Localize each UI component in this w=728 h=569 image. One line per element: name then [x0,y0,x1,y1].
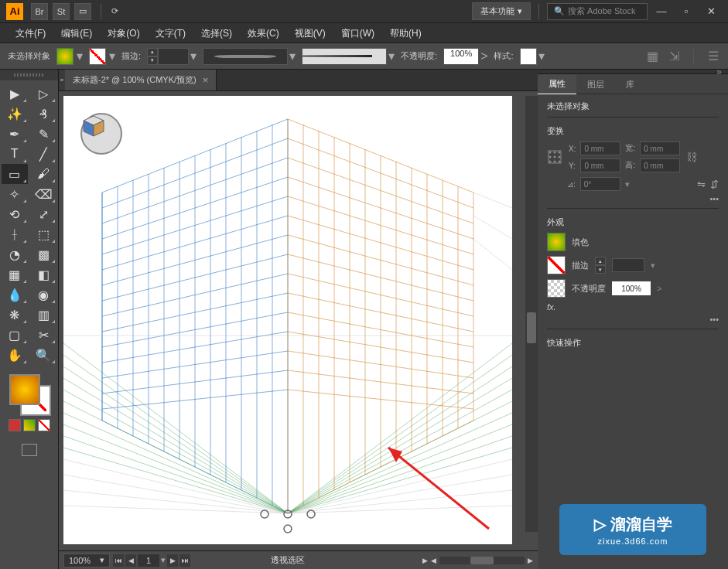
color-mode-none[interactable] [38,419,50,431]
transform-h[interactable]: 0 mm [640,158,680,172]
artboard-number[interactable]: 1 [138,554,159,567]
artboard-last[interactable]: ⏭ [179,554,190,567]
column-graph-tool[interactable]: ▥ [30,305,56,325]
type-tool[interactable]: T [2,144,28,164]
artboard-first[interactable]: ⏮ [113,554,124,567]
search-adobe-stock[interactable]: 🔍搜索 Adobe Stock [547,3,648,20]
canvas-viewport[interactable] [59,91,538,550]
transform-angle[interactable]: 0° [580,177,620,191]
graphic-style-swatch[interactable] [520,48,537,65]
tab-close-icon[interactable]: × [203,74,209,86]
scale-tool[interactable]: ⤢ [30,204,56,224]
flip-vertical-icon[interactable]: ⇵ [710,179,719,190]
stroke-weight-value[interactable] [612,258,644,272]
blend-tool[interactable]: ◉ [30,284,56,305]
gradient-tool[interactable]: ◧ [30,264,56,284]
hand-tool[interactable]: ✋ [2,345,28,365]
symbol-sprayer-tool[interactable]: ❋ [2,305,28,325]
curvature-tool[interactable]: ✎ [30,124,56,144]
sync-icon[interactable]: ⟳ [106,3,123,20]
magic-wand-tool[interactable]: ✨ [2,104,28,124]
menu-window[interactable]: 窗口(W) [333,23,382,43]
document-tab[interactable]: 未标题-2* @ 100% (CMYK/预览) × [65,70,217,90]
effects-label[interactable]: fx. [547,302,556,312]
arrange-docs-icon[interactable]: ▭ [74,3,91,20]
lasso-tool[interactable]: ₰ [30,104,56,124]
zoom-tool[interactable]: 🔍 [30,345,56,365]
stroke-swatch[interactable] [89,48,106,65]
color-mode-solid[interactable] [9,419,21,431]
toolbox-drag-handle[interactable] [0,70,58,80]
panel-menu-icon[interactable]: ••• [709,194,719,203]
transform-w[interactable]: 0 mm [640,141,680,155]
menu-select[interactable]: 选择(S) [193,23,240,43]
fill-color[interactable] [9,374,40,405]
stroke-stepper[interactable]: ▴▾ [147,48,158,65]
mesh-tool[interactable]: ▦ [2,264,28,284]
opacity-input[interactable]: 100% [443,48,479,65]
profile-preview[interactable] [203,48,288,65]
eraser-tool[interactable]: ⌫ [30,184,56,204]
menu-effect[interactable]: 效果(C) [240,23,287,43]
line-tool[interactable]: ╱ [30,144,56,164]
rotate-tool[interactable]: ⟲ [2,204,28,224]
selection-tool[interactable]: ▶ [2,83,28,104]
menu-edit[interactable]: 编辑(E) [53,23,100,43]
screen-mode[interactable] [0,441,58,459]
rectangle-tool[interactable]: ▭ [2,164,28,184]
eyedropper-tool[interactable]: 💧 [2,284,28,305]
appearance-opacity-value[interactable]: 100% [612,281,651,295]
menu-help[interactable]: 帮助(H) [382,23,429,43]
menu-type[interactable]: 文字(T) [148,23,193,43]
window-close[interactable]: ✕ [700,3,722,20]
window-maximize[interactable]: ▫ [675,3,697,20]
transform-x[interactable]: 0 mm [580,141,620,155]
artboard[interactable] [63,96,512,544]
appearance-opacity-swatch[interactable] [547,279,566,298]
constrain-proportions-icon[interactable]: ⛓ [686,151,697,163]
transform-icon[interactable]: ⇲ [667,49,681,63]
reference-point-icon[interactable] [547,149,562,165]
stroke-weight-stepper[interactable]: ▴▾ [595,257,606,274]
fill-swatch[interactable] [56,48,73,65]
transform-y[interactable]: 0 mm [580,158,620,172]
artboard-next[interactable]: ▶ [167,554,178,567]
artboard-tool[interactable]: ▢ [2,325,28,345]
stroke-weight-input[interactable] [158,48,189,65]
color-controls [0,370,58,434]
panel-menu-icon-2[interactable]: ••• [709,315,719,324]
free-transform-tool[interactable]: ⬚ [30,224,56,244]
zoom-level[interactable]: 100%▾ [63,554,110,567]
tab-properties[interactable]: 属性 [538,73,576,94]
width-tool[interactable]: ⟊ [2,224,28,244]
vertical-scrollbar[interactable] [525,96,538,532]
appearance-fill-swatch[interactable] [547,233,566,251]
bridge-icon[interactable]: Br [31,3,48,20]
window-minimize[interactable]: — [651,3,672,20]
menu-object[interactable]: 对象(O) [100,23,147,43]
tab-layers[interactable]: 图层 [576,74,615,94]
artboard-prev[interactable]: ◀ [125,554,136,567]
menu-view[interactable]: 视图(V) [287,23,333,43]
appearance-stroke-swatch[interactable] [547,256,566,274]
align-icon[interactable]: ▦ [645,49,659,63]
flip-horizontal-icon[interactable]: ⇋ [697,179,706,190]
panel-collapse-left[interactable]: « [59,70,65,90]
perspective-plane-widget[interactable] [80,113,122,155]
stock-icon[interactable]: St [53,3,70,20]
menu-file[interactable]: 文件(F) [8,23,53,43]
pen-tool[interactable]: ✒ [2,124,28,144]
brush-preview[interactable] [302,48,387,65]
slice-tool[interactable]: ✂ [30,325,56,345]
color-mode-gradient[interactable] [23,419,36,431]
shape-builder-tool[interactable]: ◔ [2,244,28,264]
paintbrush-tool[interactable]: 🖌 [30,164,56,184]
perspective-grid-tool[interactable]: ▩ [30,244,56,264]
tab-libraries[interactable]: 库 [615,74,645,94]
workspace-switcher[interactable]: 基本功能 ▾ [472,2,531,20]
horizontal-scrollbar[interactable] [470,557,494,564]
prefs-icon[interactable]: ☰ [706,49,720,63]
svg-point-97 [554,156,556,158]
shaper-tool[interactable]: ✧ [2,184,28,204]
direct-selection-tool[interactable]: ▷ [30,83,56,104]
